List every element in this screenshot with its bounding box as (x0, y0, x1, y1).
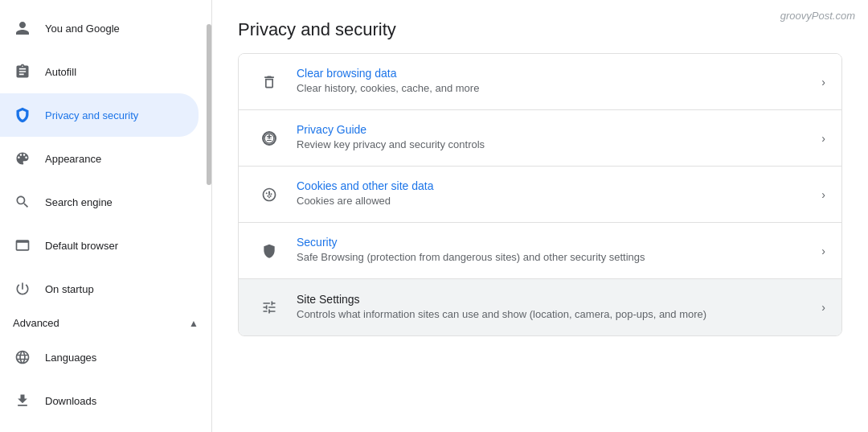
sidebar-item-label: Appearance (45, 153, 186, 165)
chevron-right-icon: › (821, 188, 825, 201)
globe-icon (13, 348, 32, 367)
trash-icon (255, 68, 284, 97)
row-title: Site Settings (297, 293, 812, 306)
row-title: Cookies and other site data (297, 179, 812, 192)
sidebar-item-privacy-and-security[interactable]: Privacy and security (0, 93, 199, 137)
scrollbar-thumb[interactable] (207, 24, 211, 185)
svg-point-5 (271, 193, 272, 195)
sidebar-item-you-and-google[interactable]: You and Google (0, 6, 199, 50)
row-content-privacy-guide: Privacy Guide Review key privacy and sec… (297, 123, 812, 152)
sidebar-item-label: Search engine (45, 196, 186, 208)
settings-row-security[interactable]: Security Safe Browsing (protection from … (239, 223, 841, 279)
sidebar-item-downloads[interactable]: Downloads (0, 379, 199, 422)
security-shield-icon (255, 237, 284, 265)
browser-icon (13, 236, 32, 255)
sidebar-item-autofill[interactable]: Autofill (0, 50, 199, 93)
settings-card: Clear browsing data Clear history, cooki… (238, 53, 842, 336)
chevron-right-icon: › (821, 76, 825, 88)
row-subtitle: Review key privacy and security controls (297, 138, 812, 152)
page-title: Privacy and security (238, 19, 842, 40)
sidebar-advanced-header[interactable]: Advanced ▲ (0, 311, 211, 335)
sidebar-item-default-browser[interactable]: Default browser (0, 224, 199, 267)
svg-point-7 (270, 195, 272, 196)
chevron-right-icon: › (821, 245, 825, 257)
shield-icon (13, 105, 32, 125)
chevron-up-icon: ▲ (189, 318, 199, 329)
row-subtitle: Cookies are allowed (297, 194, 812, 208)
sidebar-item-label: On startup (45, 283, 186, 295)
search-icon (13, 192, 32, 212)
row-subtitle: Safe Browsing (protection from dangerous… (297, 250, 812, 265)
row-title: Security (297, 236, 812, 249)
main-content: groovyPost.com Privacy and security Clea… (212, 0, 868, 432)
svg-point-4 (268, 191, 270, 192)
row-content-site-settings: Site Settings Controls what information … (297, 293, 812, 322)
sidebar: You and Google Autofill Privacy and secu… (0, 0, 212, 432)
privacy-guide-icon (255, 124, 284, 153)
assignment-icon (13, 62, 32, 81)
sidebar-item-label: You and Google (45, 23, 186, 35)
sidebar-item-label: Default browser (45, 240, 186, 252)
chevron-right-icon: › (821, 301, 825, 314)
row-subtitle: Clear history, cookies, cache, and more (297, 81, 812, 96)
cookie-icon (255, 180, 284, 209)
settings-row-site-settings[interactable]: Site Settings Controls what information … (239, 279, 841, 335)
sidebar-item-search-engine[interactable]: Search engine (0, 180, 199, 224)
row-title: Clear browsing data (297, 67, 812, 80)
sidebar-item-label: Downloads (45, 395, 186, 407)
row-content-cookies: Cookies and other site data Cookies are … (297, 179, 812, 208)
settings-row-cookies[interactable]: Cookies and other site data Cookies are … (239, 167, 841, 223)
row-content-clear-browsing: Clear browsing data Clear history, cooki… (297, 67, 812, 96)
sidebar-item-on-startup[interactable]: On startup (0, 267, 199, 311)
download-icon (13, 391, 32, 410)
power-icon (13, 279, 32, 298)
row-subtitle: Controls what information sites can use … (297, 307, 812, 322)
person-icon (13, 19, 32, 38)
scrollbar-track (207, 0, 211, 432)
row-content-security: Security Safe Browsing (protection from … (297, 236, 812, 265)
advanced-label: Advanced (13, 317, 59, 329)
sidebar-item-languages[interactable]: Languages (0, 335, 199, 379)
chevron-right-icon: › (821, 132, 825, 145)
settings-row-privacy-guide[interactable]: Privacy Guide Review key privacy and sec… (239, 110, 841, 167)
palette-icon (13, 149, 32, 168)
svg-point-3 (266, 192, 268, 194)
watermark: groovyPost.com (780, 10, 855, 22)
sliders-icon (255, 293, 284, 322)
svg-point-6 (267, 195, 268, 196)
sidebar-item-label: Languages (45, 352, 186, 364)
sidebar-item-label: Privacy and security (45, 109, 186, 121)
sidebar-item-appearance[interactable]: Appearance (0, 137, 199, 180)
sidebar-item-label: Autofill (45, 66, 186, 78)
row-title: Privacy Guide (297, 123, 812, 136)
settings-row-clear-browsing-data[interactable]: Clear browsing data Clear history, cooki… (239, 54, 841, 110)
